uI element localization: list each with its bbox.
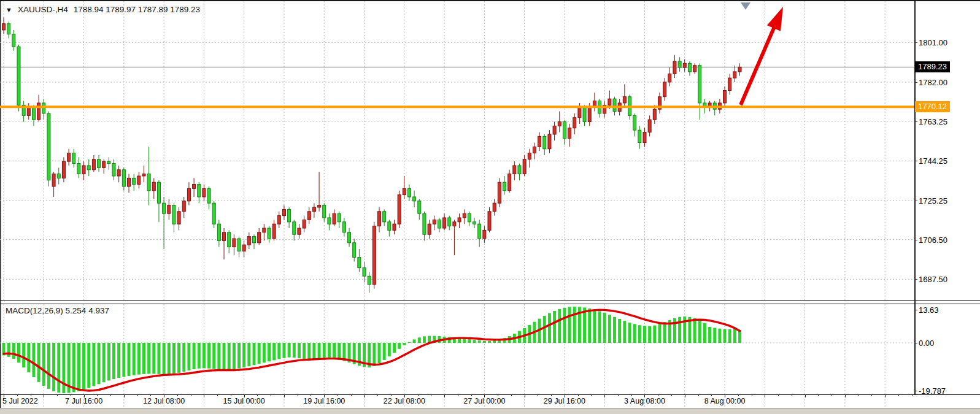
macd-bar xyxy=(312,343,315,359)
macd-bar xyxy=(268,343,271,361)
macd-bar xyxy=(293,343,296,358)
time-tick-label: 15 Jul 00:00 xyxy=(223,397,265,405)
macd-bar xyxy=(653,326,656,343)
macd-bar xyxy=(212,343,215,369)
time-axis-tick xyxy=(658,394,658,396)
time-axis-tick xyxy=(591,394,592,396)
time-axis-tick xyxy=(898,394,899,396)
macd-bar xyxy=(573,307,576,343)
axis-tick xyxy=(914,121,917,122)
macd-bar xyxy=(678,317,681,343)
macd-bar xyxy=(253,343,256,365)
macd-bar xyxy=(187,343,190,370)
macd-bar xyxy=(87,343,90,388)
hline-badge: 1770.12 xyxy=(915,101,950,112)
macd-bar xyxy=(423,336,426,343)
current-price-badge: 1789.23 xyxy=(915,61,950,72)
macd-bar xyxy=(62,343,65,393)
macd-bar xyxy=(72,343,75,392)
time-tick-label: 29 Jul 16:00 xyxy=(544,397,585,405)
time-axis-tick xyxy=(217,394,218,396)
macd-bar xyxy=(328,343,331,358)
macd-bar xyxy=(298,343,301,358)
macd-bar xyxy=(638,325,641,343)
macd-bar xyxy=(608,315,611,343)
macd-bar xyxy=(618,319,621,343)
time-axis-tick xyxy=(284,394,285,397)
macd-bar xyxy=(27,343,30,372)
time-axis-tick xyxy=(365,394,365,397)
price-tick-label: 1725.25 xyxy=(919,196,947,205)
time-axis-tick xyxy=(871,394,872,396)
macd-bar xyxy=(483,341,486,343)
time-axis-tick xyxy=(792,394,792,396)
macd-bar xyxy=(378,343,381,364)
macd-chart-surface[interactable] xyxy=(0,1,914,414)
macd-bar xyxy=(223,343,226,370)
time-tick-label: 12 Jul 08:00 xyxy=(143,397,185,405)
time-tick-label: 3 Aug 08:00 xyxy=(624,397,665,405)
axis-tick xyxy=(914,201,917,201)
macd-bar xyxy=(17,343,20,362)
time-axis-tick xyxy=(912,394,912,396)
time-tick-label: 8 Aug 00:00 xyxy=(704,397,746,405)
panel-separator-top[interactable] xyxy=(0,300,980,301)
time-axis-tick xyxy=(885,394,885,397)
time-tick-label: 27 Jul 00:00 xyxy=(463,397,505,405)
macd-bar xyxy=(247,343,250,366)
time-axis-tick xyxy=(618,394,619,396)
macd-bar xyxy=(633,324,636,343)
macd-bar xyxy=(628,323,631,343)
macd-bar xyxy=(282,343,285,358)
symbol-period-label: XAUUSD-,H4 xyxy=(18,5,68,14)
time-axis-border xyxy=(0,394,980,395)
macd-bar xyxy=(237,343,241,369)
time-axis-tick xyxy=(431,394,431,396)
macd-bar xyxy=(102,343,106,382)
macd-bar xyxy=(393,343,396,353)
macd-bar xyxy=(733,329,736,343)
time-axis-tick xyxy=(298,394,298,396)
macd-bar xyxy=(723,329,727,343)
macd-bar xyxy=(177,343,180,373)
macd-bar xyxy=(137,343,141,375)
macd-bar xyxy=(663,322,666,343)
axis-tick xyxy=(914,310,917,310)
chart-title: ▼ XAUUSD-,H4 1788.94 1789.97 1787.89 178… xyxy=(6,5,200,14)
macd-bar xyxy=(403,343,406,345)
time-axis-tick xyxy=(671,394,672,396)
chevron-down-icon[interactable]: ▼ xyxy=(6,6,12,13)
macd-bar xyxy=(703,323,706,343)
macd-bar xyxy=(152,343,155,374)
time-axis-tick xyxy=(698,394,699,396)
macd-indicator-label: MACD(12,26,9) 5.254 4.937 xyxy=(6,306,109,315)
macd-bar xyxy=(133,343,136,375)
time-tick-label: 7 Jul 16:00 xyxy=(65,397,102,405)
time-axis-tick xyxy=(418,394,419,396)
axis-tick xyxy=(914,343,917,343)
time-axis-tick xyxy=(191,394,191,396)
time-axis-tick xyxy=(391,394,392,396)
time-tick-label: 22 Jul 08:00 xyxy=(384,397,425,405)
time-axis-tick xyxy=(685,394,685,397)
panel-separator-bottom[interactable] xyxy=(0,304,980,304)
macd-tick-label: 13.63 xyxy=(919,305,939,315)
macd-bar xyxy=(548,313,551,343)
price-tick-label: 1744.25 xyxy=(919,156,947,166)
macd-bar xyxy=(603,313,606,343)
macd-bar xyxy=(478,340,481,343)
macd-bar xyxy=(407,342,411,343)
time-axis-tick xyxy=(578,394,579,396)
price-axis-border xyxy=(914,1,916,394)
macd-bar xyxy=(613,317,616,343)
macd-bar xyxy=(643,326,646,343)
macd-bar xyxy=(242,343,245,367)
macd-bar xyxy=(418,337,421,343)
macd-bar xyxy=(37,343,41,382)
macd-bar xyxy=(333,343,336,359)
macd-bar xyxy=(718,329,721,343)
time-axis-tick xyxy=(738,394,739,396)
time-axis-tick xyxy=(471,394,472,396)
macd-bar xyxy=(598,311,601,343)
macd-bar xyxy=(198,343,201,369)
